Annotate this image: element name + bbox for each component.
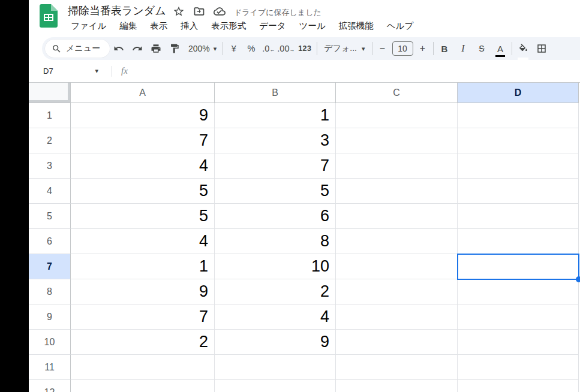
increase-font-size-button[interactable]: + xyxy=(417,43,429,54)
cell-b9[interactable]: 4 xyxy=(215,304,336,330)
menu-data[interactable]: データ xyxy=(253,19,292,34)
cell-d6[interactable] xyxy=(458,229,579,254)
cell-c6[interactable] xyxy=(336,229,458,254)
saved-status[interactable]: ドライブに保存しました xyxy=(234,7,321,18)
cell-d8[interactable] xyxy=(458,279,579,304)
cell-d7[interactable] xyxy=(458,254,579,279)
menu-extensions[interactable]: 拡張機能 xyxy=(332,19,380,34)
italic-button[interactable]: I xyxy=(454,40,473,58)
cell-b4[interactable]: 5 xyxy=(215,179,336,204)
column-header-b[interactable]: B xyxy=(215,83,336,103)
cell-d10[interactable] xyxy=(458,330,579,355)
cell-c10[interactable] xyxy=(336,330,458,355)
borders-button[interactable] xyxy=(533,40,551,58)
cell-b2[interactable]: 3 xyxy=(215,128,336,153)
menu-tools[interactable]: ツール xyxy=(293,19,332,34)
cell-b1[interactable]: 1 xyxy=(215,103,336,128)
row-header-6[interactable]: 6 xyxy=(29,229,71,254)
move-folder-icon[interactable] xyxy=(193,5,205,17)
cell-a12[interactable] xyxy=(71,380,215,392)
undo-button[interactable] xyxy=(110,40,128,58)
row-header-9[interactable]: 9 xyxy=(29,304,71,330)
cell-a11[interactable] xyxy=(71,355,215,380)
row-header-4[interactable]: 4 xyxy=(29,179,71,204)
star-icon[interactable] xyxy=(173,5,185,17)
search-menus-button[interactable]: メニュー xyxy=(45,40,110,58)
menu-insert[interactable]: 挿入 xyxy=(174,19,205,34)
strikethrough-button[interactable]: S xyxy=(473,40,491,58)
increase-decimal-button[interactable]: .00→ xyxy=(277,44,294,53)
more-formats-button[interactable]: 123 xyxy=(294,44,315,53)
cell-d9[interactable] xyxy=(458,304,579,330)
cell-c8[interactable] xyxy=(336,279,458,304)
cell-a5[interactable]: 5 xyxy=(71,204,215,229)
cell-c9[interactable] xyxy=(336,304,458,330)
bold-button[interactable]: B xyxy=(435,40,454,58)
menu-view[interactable]: 表示 xyxy=(143,19,174,34)
cell-d2[interactable] xyxy=(458,128,579,153)
cell-b11[interactable] xyxy=(215,355,336,380)
decrease-decimal-button[interactable]: .0← xyxy=(260,44,277,53)
column-header-c[interactable]: C xyxy=(336,83,458,103)
cell-a3[interactable]: 4 xyxy=(71,153,215,179)
cell-b8[interactable]: 2 xyxy=(215,279,336,304)
column-header-a[interactable]: A xyxy=(71,83,215,103)
cell-a9[interactable]: 7 xyxy=(71,304,215,330)
cell-c7[interactable] xyxy=(336,254,458,279)
name-box[interactable]: D7 ▾ xyxy=(43,67,98,76)
text-color-button[interactable]: A xyxy=(491,40,510,58)
row-header-8[interactable]: 8 xyxy=(29,279,71,304)
document-title[interactable]: 掃除当番表ランダム xyxy=(68,4,166,18)
cell-c2[interactable] xyxy=(336,128,458,153)
font-size-input[interactable]: 10 xyxy=(392,41,413,56)
format-percent-button[interactable]: % xyxy=(242,44,260,53)
cloud-saved-icon[interactable] xyxy=(214,5,226,17)
cell-c3[interactable] xyxy=(336,153,458,179)
cell-a2[interactable]: 7 xyxy=(71,128,215,153)
cell-a7[interactable]: 1 xyxy=(71,254,215,279)
cell-c4[interactable] xyxy=(336,179,458,204)
format-currency-button[interactable]: ¥ xyxy=(225,44,242,53)
menu-file[interactable]: ファイル xyxy=(64,19,113,34)
cell-d4[interactable] xyxy=(458,179,579,204)
cell-c1[interactable] xyxy=(336,103,458,128)
cell-b3[interactable]: 7 xyxy=(215,153,336,179)
row-header-10[interactable]: 10 xyxy=(29,330,71,355)
cell-c5[interactable] xyxy=(336,204,458,229)
cell-d3[interactable] xyxy=(458,153,579,179)
fill-color-button[interactable] xyxy=(514,40,533,58)
cell-a10[interactable]: 2 xyxy=(71,330,215,355)
cell-a6[interactable]: 4 xyxy=(71,229,215,254)
menu-help[interactable]: ヘルプ xyxy=(380,19,420,34)
column-header-d[interactable]: D xyxy=(458,83,579,103)
cell-d11[interactable] xyxy=(458,355,579,380)
row-header-5[interactable]: 5 xyxy=(29,204,71,229)
zoom-control[interactable]: 200% ▾ xyxy=(184,44,221,53)
cell-c12[interactable] xyxy=(336,380,458,392)
cell-b5[interactable]: 6 xyxy=(215,204,336,229)
menu-format[interactable]: 表示形式 xyxy=(205,19,253,34)
cell-a8[interactable]: 9 xyxy=(71,279,215,304)
cell-a4[interactable]: 5 xyxy=(71,179,215,204)
decrease-font-size-button[interactable]: − xyxy=(377,43,389,54)
cell-b7[interactable]: 10 xyxy=(215,254,336,279)
row-header-7[interactable]: 7 xyxy=(29,254,71,279)
cell-d12[interactable] xyxy=(458,380,579,392)
row-header-1[interactable]: 1 xyxy=(29,103,71,128)
print-button[interactable] xyxy=(147,40,166,58)
cell-b6[interactable]: 8 xyxy=(215,229,336,254)
row-header-12[interactable]: 12 xyxy=(29,380,71,392)
select-all-corner[interactable] xyxy=(29,83,71,103)
cell-b10[interactable]: 9 xyxy=(215,330,336,355)
cell-d5[interactable] xyxy=(458,204,579,229)
formula-input[interactable] xyxy=(128,60,580,82)
cell-d1[interactable] xyxy=(458,103,579,128)
menu-edit[interactable]: 編集 xyxy=(113,19,143,34)
row-header-3[interactable]: 3 xyxy=(29,153,71,179)
paint-format-button[interactable] xyxy=(166,40,184,58)
redo-button[interactable] xyxy=(128,40,147,58)
cell-c11[interactable] xyxy=(336,355,458,380)
cell-a1[interactable]: 9 xyxy=(71,103,215,128)
row-header-2[interactable]: 2 xyxy=(29,128,71,153)
row-header-11[interactable]: 11 xyxy=(29,355,71,380)
